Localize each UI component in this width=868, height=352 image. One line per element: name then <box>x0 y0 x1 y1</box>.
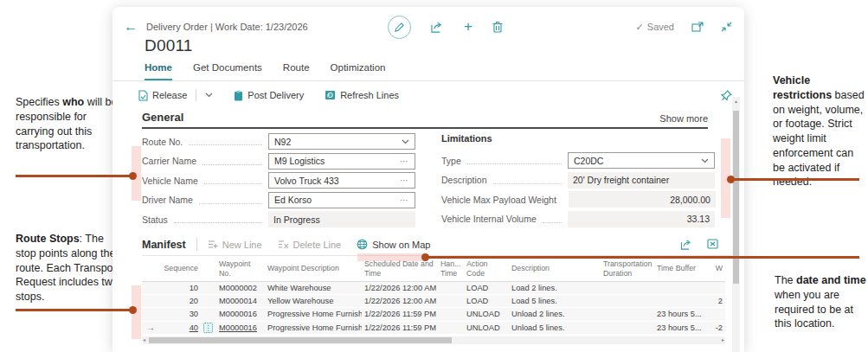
assist-edit-icon[interactable]: ⋯ <box>400 195 409 205</box>
show-on-map-button[interactable]: Show on Map <box>357 239 430 250</box>
add-icon[interactable]: + <box>464 18 473 35</box>
callout-dot <box>129 172 137 180</box>
share-icon[interactable] <box>431 21 444 33</box>
scroll-left-icon[interactable]: ◂ <box>143 336 145 344</box>
edit-button[interactable] <box>388 16 411 39</box>
table-row[interactable]: 20 M0000014 Yellow Warehouse 1/22/2026 1… <box>142 295 725 308</box>
annotation-bold: Route Stops <box>16 233 80 245</box>
new-line-button[interactable]: New Line <box>208 240 262 250</box>
back-arrow-icon[interactable]: ← <box>124 19 146 35</box>
general-title: General <box>142 111 183 124</box>
assist-edit-icon[interactable]: ⋯ <box>400 157 409 166</box>
field-carrier-name: Carrier Name M9 Logistics⋯ <box>142 153 415 170</box>
col-waypoint-description[interactable]: Waypoint Description <box>265 264 362 272</box>
row-options-icon[interactable]: ⋮ <box>203 323 213 333</box>
field-driver-name: Driver Name Ed Korso⋯ <box>142 192 415 208</box>
annotation-carrier: Specifies who will be responsible for ca… <box>16 95 119 153</box>
col-transportation-duration[interactable]: Transportation Duration <box>601 259 654 277</box>
table-row[interactable]: 30 M0000016 Progressive Home Furnishings… <box>142 308 725 321</box>
chevron-down-icon[interactable] <box>402 139 409 144</box>
table-row[interactable]: 10 M0000002 White Warehouse 1/22/2026 12… <box>142 282 725 295</box>
route-no-input[interactable]: N92 <box>268 133 415 150</box>
general-section-header: General Show more <box>142 111 708 129</box>
highlight-scheduled-column <box>357 253 427 261</box>
col-description[interactable]: Description <box>509 264 601 272</box>
page-caption: Delivery Order | Work Date: 1/23/2026 <box>146 22 308 32</box>
scroll-up-icon[interactable]: ▴ <box>732 97 740 106</box>
tab-home[interactable]: Home <box>145 62 172 80</box>
share-icon[interactable] <box>680 239 693 250</box>
callout-line-vehicle-restrictions <box>732 178 859 181</box>
annotation-text: The <box>775 274 796 286</box>
description-value: 20' Dry freight container <box>568 172 715 189</box>
callout-dot <box>129 306 137 314</box>
globe-icon <box>357 239 368 250</box>
chevron-down-icon[interactable] <box>701 158 709 163</box>
col-action-code[interactable]: Action Code <box>464 259 509 277</box>
sequence-cell-focused[interactable]: 40 <box>159 323 201 332</box>
annotation-route-stops: Route Stops: The stop points along the r… <box>16 232 123 304</box>
topbar-center-actions: + <box>388 16 503 39</box>
vertical-scrollbar[interactable]: ▴ <box>732 97 740 352</box>
assist-edit-icon[interactable]: ⋯ <box>400 176 409 185</box>
annotation-bold: date and time <box>796 274 866 286</box>
manifest-title: Manifest <box>142 239 186 251</box>
carrier-name-input[interactable]: M9 Logistics⋯ <box>268 153 415 170</box>
manifest-toolbar-icons <box>680 239 718 250</box>
field-description: Description 20' Dry freight container <box>441 172 715 189</box>
tabs-divider <box>113 80 744 81</box>
waypoint-link[interactable]: M0000016 <box>216 323 265 332</box>
col-han-time[interactable]: Han... Time <box>438 259 464 277</box>
chevron-down-icon[interactable] <box>205 93 213 98</box>
tab-route[interactable]: Route <box>283 62 310 80</box>
release-button[interactable]: Release <box>138 90 187 101</box>
delete-line-button[interactable]: Delete Line <box>278 240 342 250</box>
tab-get-documents[interactable]: Get Documents <box>193 62 262 80</box>
annotation-bold: who <box>62 96 84 108</box>
scroll-right-icon[interactable]: ▸ <box>722 336 724 344</box>
saved-indicator: ✓Saved <box>636 22 674 33</box>
limitations-title: Limitations <box>441 133 715 148</box>
col-time-buffer[interactable]: Time Buffer <box>654 264 706 272</box>
refresh-lines-button[interactable]: Refresh Lines <box>325 90 399 100</box>
field-route-no: Route No. N92 <box>142 133 415 150</box>
horizontal-scrollbar[interactable]: ◂ ▸ <box>142 336 725 344</box>
check-icon: ✓ <box>636 22 644 33</box>
driver-name-input[interactable]: Ed Korso⋯ <box>268 192 415 208</box>
delete-icon[interactable] <box>492 21 503 33</box>
max-payload-weight-value: 28,000.00 <box>569 191 716 208</box>
limitations-column: Limitations Type C20DC Description 20' D… <box>441 133 715 230</box>
callout-dot <box>727 176 735 183</box>
col-waypoint-no[interactable]: Waypoint No. <box>216 259 265 277</box>
pencil-icon <box>394 22 405 33</box>
tab-optimization[interactable]: Optimization <box>331 62 386 80</box>
field-type: Type C20DC <box>441 152 715 169</box>
pin-icon[interactable] <box>721 89 732 101</box>
col-sequence[interactable]: Sequence <box>159 264 201 272</box>
field-internal-volume: Vehicle Internal Volume 33.13 <box>441 211 715 227</box>
topbar-right: ✓Saved <box>636 22 732 33</box>
new-line-icon <box>208 240 218 249</box>
popout-icon[interactable] <box>691 22 704 32</box>
post-delivery-button[interactable]: Post Delivery <box>234 90 304 101</box>
show-more-link[interactable]: Show more <box>659 113 708 124</box>
refresh-icon <box>325 90 336 100</box>
type-select[interactable]: C20DC <box>568 152 715 169</box>
field-label: Status <box>142 214 168 225</box>
annotation-text: when you are required to be at this loca… <box>775 289 853 330</box>
open-in-excel-icon[interactable] <box>707 239 718 249</box>
tab-strip: Home Get Documents Route Optimization <box>145 62 385 80</box>
annotation-bold: Vehicle restrictions <box>773 74 832 101</box>
selected-row-arrow-icon: → <box>142 323 159 332</box>
col-w[interactable]: W <box>706 264 725 272</box>
general-left-column: Route No. N92 Carrier Name M9 Logistics⋯… <box>142 133 415 231</box>
vehicle-name-input[interactable]: Volvo Truck 433⋯ <box>268 172 415 189</box>
clipboard-icon <box>234 90 243 101</box>
callout-line-carrier <box>16 175 132 177</box>
horizontal-scrollbar-thumb[interactable] <box>149 337 452 343</box>
table-row-selected[interactable]: → 40 ⋮ M0000016 Progressive Home Furnish… <box>142 322 725 335</box>
release-icon <box>138 90 148 101</box>
col-scheduled-date-time[interactable]: Scheduled Date and Time <box>362 259 438 277</box>
collapse-icon[interactable] <box>721 22 732 32</box>
delivery-order-page: ← Delivery Order | Work Date: 1/23/2026 … <box>113 7 744 352</box>
